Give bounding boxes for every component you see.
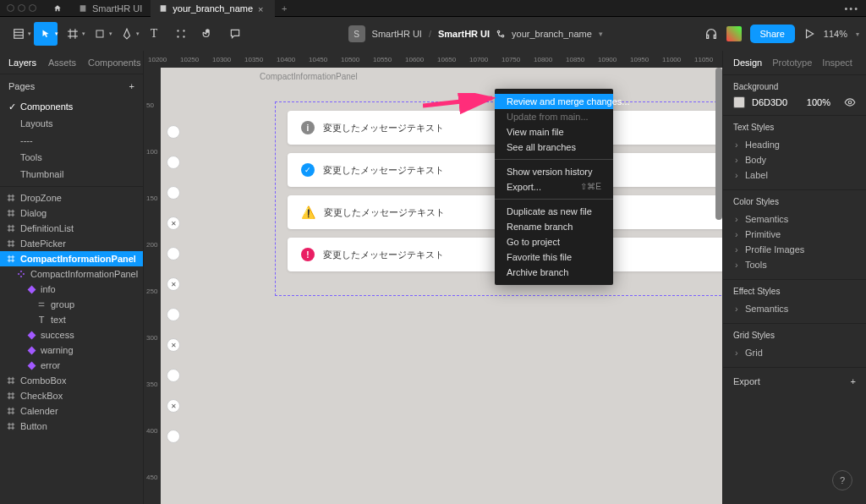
menu-item[interactable]: Archive branch <box>495 265 613 280</box>
share-button[interactable]: Share <box>750 25 795 43</box>
frame-tool-button[interactable]: ▾ <box>61 22 85 46</box>
resources-button[interactable] <box>169 22 193 46</box>
layer-item[interactable]: DatePicker <box>0 236 143 251</box>
style-item[interactable]: Primitive <box>733 227 856 242</box>
frame[interactable]: ✕ ✕ ✕ ✕ i 変更したメッセージテキスト ✓ 変 <box>173 85 722 499</box>
style-item[interactable]: Tools <box>733 257 856 272</box>
pen-tool-button[interactable]: ▾ <box>115 22 139 46</box>
add-tab-button[interactable]: + <box>282 3 287 14</box>
zoom-level[interactable]: 114% <box>824 29 847 39</box>
tab-assets[interactable]: Assets <box>48 58 76 68</box>
breadcrumb-branch[interactable]: your_branch_name <box>512 29 592 39</box>
frame-label[interactable]: CompactInformationPanel <box>260 72 358 81</box>
menu-item[interactable]: See all branches <box>495 140 613 155</box>
tab-prototype[interactable]: Prototype <box>772 58 812 68</box>
style-item[interactable]: Heading <box>733 137 856 152</box>
add-export-button[interactable]: + <box>851 376 856 386</box>
chevron-down-icon[interactable]: ▾ <box>856 30 859 38</box>
handle-circle[interactable] <box>167 430 180 443</box>
style-item[interactable]: Profile Images <box>733 242 856 257</box>
menu-item[interactable]: Duplicate as new file <box>495 204 613 219</box>
handle-circle[interactable] <box>167 247 180 260</box>
handle-circle[interactable]: ✕ <box>167 216 180 230</box>
shape-tool-button[interactable]: ▾ <box>88 22 112 46</box>
close-tab-icon[interactable]: × <box>258 4 266 13</box>
help-button[interactable]: ? <box>832 470 852 490</box>
layer-item[interactable]: info <box>0 282 143 297</box>
style-item[interactable]: Grid <box>733 345 856 360</box>
menu-item[interactable]: Go to project <box>495 234 613 249</box>
page-item[interactable]: Thumbnail <box>0 166 143 183</box>
menu-item[interactable]: View main file <box>495 124 613 140</box>
menu-item[interactable]: Update from main... <box>495 109 613 124</box>
layer-item[interactable]: Ttext <box>0 312 143 327</box>
breadcrumb-file[interactable]: SmartHR UI <box>438 29 490 39</box>
menu-item[interactable]: Rename branch <box>495 219 613 234</box>
handle-circle[interactable]: ✕ <box>167 277 180 291</box>
handle-circle[interactable] <box>167 186 180 200</box>
app-menu-icon[interactable]: ••• <box>844 3 859 14</box>
minimize-window[interactable] <box>18 4 25 12</box>
menu-item[interactable]: Review and merge changes... <box>495 94 613 109</box>
layer-item[interactable]: CompactInformationPanel <box>0 251 143 266</box>
tab-components[interactable]: Components <box>88 58 140 68</box>
layer-item[interactable]: CheckBox <box>0 388 143 403</box>
bg-color-swatch[interactable] <box>733 96 745 108</box>
user-avatar[interactable] <box>726 26 742 41</box>
move-tool-button[interactable]: ▾ <box>34 22 58 46</box>
comment-tool-button[interactable] <box>223 22 247 46</box>
handle-circle[interactable]: ✕ <box>167 399 180 413</box>
tab-design[interactable]: Design <box>733 58 762 68</box>
home-tab[interactable] <box>45 0 70 17</box>
maximize-window[interactable] <box>29 4 36 12</box>
bg-opacity-value[interactable]: 100% <box>807 97 830 107</box>
layer-item[interactable]: Dialog <box>0 205 143 221</box>
menu-item[interactable]: Show version history <box>495 164 613 179</box>
hand-tool-button[interactable] <box>196 22 220 46</box>
layer-item[interactable]: Calender <box>0 403 143 419</box>
style-item[interactable]: Semantics <box>733 211 856 227</box>
menu-item[interactable]: Export...⇧⌘E <box>495 179 613 194</box>
style-item[interactable]: Label <box>733 167 856 183</box>
layer-item[interactable]: CompactInformationPanel <box>0 266 143 282</box>
text-tool-button[interactable]: T <box>142 22 166 46</box>
main-menu-button[interactable]: ▾ <box>7 22 30 46</box>
breadcrumb-team[interactable]: SmartHR UI <box>372 29 422 39</box>
headphones-icon[interactable] <box>704 27 718 41</box>
tab-inspect[interactable]: Inspect <box>822 58 852 68</box>
style-item[interactable]: Body <box>733 152 856 167</box>
page-item[interactable]: Tools <box>0 149 143 166</box>
chevron-down-icon[interactable]: ▾ <box>599 30 603 38</box>
layer-item[interactable]: success <box>0 327 143 342</box>
close-window[interactable] <box>7 4 14 12</box>
layer-type-icon <box>27 332 36 338</box>
tab-layers[interactable]: Layers <box>8 58 36 68</box>
add-page-button[interactable]: + <box>129 81 134 91</box>
canvas-scrollbar[interactable] <box>715 68 722 220</box>
canvas[interactable]: 1020010250103001035010400104501050010550… <box>144 51 722 504</box>
layer-item[interactable]: ComboBox <box>0 373 143 388</box>
style-item[interactable]: Semantics <box>733 301 856 316</box>
eye-icon[interactable] <box>844 96 856 108</box>
present-icon[interactable] <box>803 28 815 40</box>
team-avatar[interactable]: S <box>348 25 365 42</box>
handle-circle[interactable] <box>167 308 180 321</box>
page-item[interactable]: ✓Components <box>0 98 143 115</box>
layer-item[interactable]: Button <box>0 419 143 434</box>
handle-circle[interactable] <box>167 156 180 169</box>
file-tab-1[interactable]: SmartHR UI <box>70 0 151 17</box>
page-item[interactable]: Layouts <box>0 115 143 132</box>
layer-item[interactable]: DefinitionList <box>0 221 143 236</box>
layer-item[interactable]: warning <box>0 342 143 358</box>
layer-item[interactable]: group <box>0 297 143 312</box>
menu-item[interactable]: Favorite this file <box>495 249 613 265</box>
export-section[interactable]: Export + <box>723 368 866 395</box>
handle-circle[interactable]: ✕ <box>167 338 180 352</box>
handle-circle[interactable] <box>167 125 180 139</box>
file-tab-2[interactable]: your_branch_name × <box>151 0 275 17</box>
bg-color-value[interactable]: D6D3D0 <box>752 97 787 107</box>
layer-item[interactable]: DropZone <box>0 190 143 205</box>
layer-item[interactable]: error <box>0 358 143 373</box>
handle-circle[interactable] <box>167 369 180 382</box>
page-item[interactable]: ---- <box>0 132 143 149</box>
